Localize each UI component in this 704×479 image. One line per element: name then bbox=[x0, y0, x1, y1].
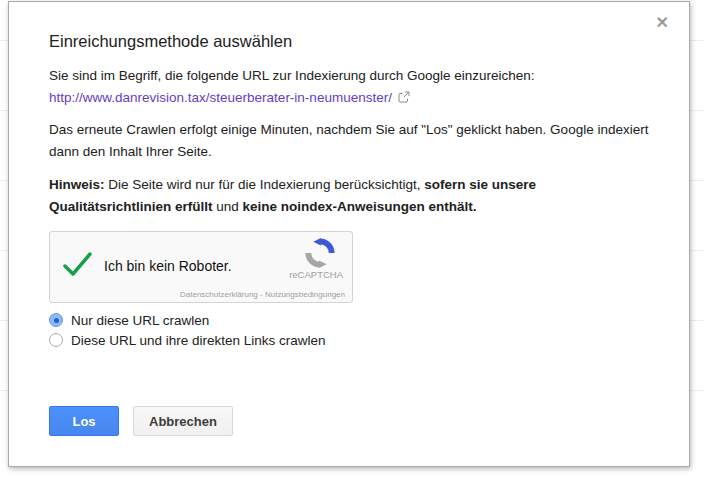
note-bold-hinweis: Hinweis: bbox=[49, 177, 105, 192]
note-bold-noindex: keine noindex-Anweisungen enthält. bbox=[243, 199, 477, 214]
crawl-option-group: Nur diese URL crawlen Diese URL und ihre… bbox=[49, 310, 649, 350]
crawl-info-paragraph: Das erneute Crawlen erfolgt einige Minut… bbox=[49, 119, 649, 163]
intro-paragraph: Sie sind im Begriff, die folgende URL zu… bbox=[49, 65, 649, 110]
radio-option-only-url[interactable]: Nur diese URL crawlen bbox=[49, 310, 649, 330]
note-text-1: Die Seite wird nur für die Indexierung b… bbox=[105, 177, 425, 192]
dialog-actions: Los Abbrechen bbox=[49, 406, 649, 436]
dialog-title: Einreichungsmethode auswählen bbox=[49, 32, 649, 51]
radio-unselected-icon[interactable] bbox=[49, 333, 63, 347]
go-button[interactable]: Los bbox=[49, 406, 119, 436]
checkmark-icon bbox=[63, 251, 93, 282]
submitted-url-link[interactable]: http://www.danrevision.tax/steuerberater… bbox=[49, 90, 392, 105]
note-paragraph: Hinweis: Die Seite wird nur für die Inde… bbox=[49, 174, 649, 218]
recaptcha-terms-links[interactable]: Datenschutzerklärung - Nutzungsbedingung… bbox=[180, 290, 345, 299]
radio-label: Diese URL und ihre direkten Links crawle… bbox=[71, 333, 326, 348]
recaptcha-widget[interactable]: Ich bin kein Roboter. reCAPTCHA Datensch… bbox=[49, 231, 353, 303]
radio-selected-icon[interactable] bbox=[49, 313, 63, 327]
recaptcha-brand-text: reCAPTCHA bbox=[289, 269, 343, 280]
intro-text: Sie sind im Begriff, die folgende URL zu… bbox=[49, 68, 535, 83]
radio-option-url-and-links[interactable]: Diese URL und ihre direkten Links crawle… bbox=[49, 330, 649, 350]
note-text-2: und bbox=[213, 199, 243, 214]
recaptcha-label: Ich bin kein Roboter. bbox=[104, 258, 232, 274]
external-link-icon bbox=[398, 88, 410, 110]
radio-label: Nur diese URL crawlen bbox=[71, 313, 209, 328]
submission-method-dialog: ✕ Einreichungsmethode auswählen Sie sind… bbox=[8, 1, 690, 467]
cancel-button[interactable]: Abbrechen bbox=[133, 406, 233, 436]
recaptcha-logo-icon bbox=[305, 238, 335, 271]
close-icon[interactable]: ✕ bbox=[656, 15, 669, 31]
dialog-content: Einreichungsmethode auswählen Sie sind i… bbox=[9, 2, 689, 436]
